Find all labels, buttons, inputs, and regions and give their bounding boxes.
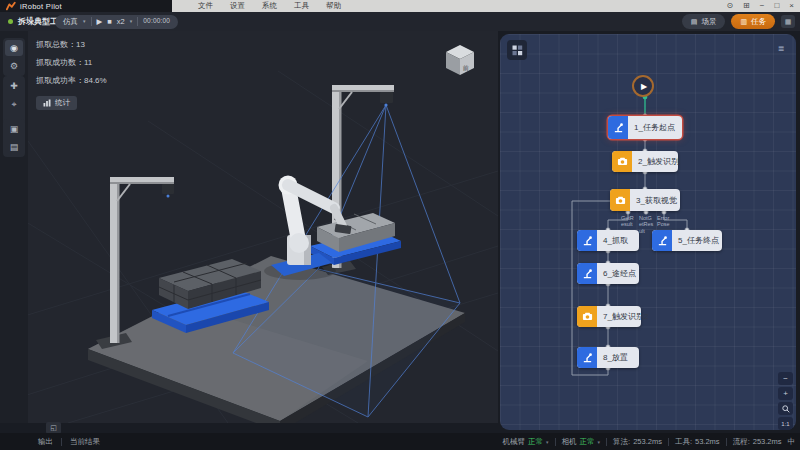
orientation-gizmo[interactable]: 前 xyxy=(446,45,474,75)
robot-model-icon: ⌖ xyxy=(11,99,16,110)
simulation-controls: 仿真 ▾ ▶ ■ x2 ▾ 00:00:00 xyxy=(55,15,178,29)
divider xyxy=(555,438,556,446)
menu-bar: 文件 设置 系统 工具 帮助 xyxy=(198,0,341,12)
view-tabs: ▤ 场景 ▥ 任务 xyxy=(682,14,775,29)
current-result-tab[interactable]: 当前结果 xyxy=(70,437,100,447)
menu-item-help[interactable]: 帮助 xyxy=(326,1,341,11)
sidebar-group-io: ▣ ▤ xyxy=(3,119,25,157)
tool-time: 工具:53.2ms xyxy=(675,437,720,447)
divider xyxy=(137,17,138,26)
camera-view-button[interactable]: ◉ xyxy=(5,40,23,56)
zoom-out-button[interactable]: − xyxy=(778,372,793,385)
divider xyxy=(606,438,607,446)
scene-icon: ▤ xyxy=(691,18,698,25)
chevron-down-icon[interactable]: ▾ xyxy=(83,19,86,24)
app-logo-icon xyxy=(6,1,16,11)
node-task-start[interactable]: 1_任务起点 xyxy=(608,116,682,139)
maximize-button[interactable]: □ xyxy=(774,2,779,10)
title-bar: iRobot Pilot 文件 设置 系统 工具 帮助 ⊙ ⊞ − □ × xyxy=(0,0,800,12)
task-icon: ▥ xyxy=(740,18,747,25)
menu-item-file[interactable]: 文件 xyxy=(198,1,213,11)
robot-arm-icon xyxy=(608,116,628,139)
stat-total: 抓取总数：13 xyxy=(36,39,107,50)
chevron-down-icon[interactable]: ▾ xyxy=(130,19,133,24)
window-controls: ⊙ ⊞ − □ × xyxy=(726,0,794,12)
list-icon: ≣ xyxy=(778,44,785,53)
status-bar: 输出 当前结果 机械臂 正常 ▾ 相机 正常 ▾ 算法:253.2ms 工具:5… xyxy=(0,433,800,450)
camera-settings-button[interactable]: ⚙ xyxy=(5,58,23,74)
robot-joints-icon: ✚ xyxy=(10,81,18,91)
menu-item-system[interactable]: 系统 xyxy=(262,1,277,11)
close-button[interactable]: × xyxy=(789,2,794,10)
chevron-down-icon: ▾ xyxy=(546,439,549,445)
flow-list-button[interactable]: ≣ xyxy=(774,42,788,54)
menu-item-tools[interactable]: 工具 xyxy=(294,1,309,11)
language-toggle[interactable]: 中 xyxy=(788,437,796,447)
toolbar: 拆垛典型工程 仿真 ▾ ▶ ■ x2 ▾ 00:00:00 ▤ 场景 ▥ 任务 … xyxy=(0,12,800,31)
node-grab[interactable]: 4_抓取 xyxy=(577,230,639,251)
grid-icon xyxy=(512,45,523,56)
flow-start-node[interactable]: ▶ xyxy=(632,75,654,97)
robot-arm-icon xyxy=(577,347,597,368)
gizmo-front-label: 前 xyxy=(462,65,469,71)
tab-scene[interactable]: ▤ 场景 xyxy=(682,14,726,29)
port-label-get-result: GetResult xyxy=(621,215,636,228)
right-panel-toggle[interactable]: ▦ xyxy=(781,15,795,28)
camera-right xyxy=(380,92,393,103)
stat-success-count: 抓取成功数：11 xyxy=(36,57,107,68)
flow-time: 流程:253.2ms xyxy=(733,437,782,447)
robot-arm-icon xyxy=(652,230,672,251)
minimize-button[interactable]: − xyxy=(760,2,765,10)
camera-left xyxy=(162,184,174,194)
chevron-down-icon: ▾ xyxy=(598,439,601,445)
stat-success-rate: 抓取成功率：84.6% xyxy=(36,75,107,86)
robot-arm-icon xyxy=(577,263,597,284)
sidebar-group-view: ◉ ⚙ xyxy=(3,38,25,76)
node-trigger-recognition-2[interactable]: 7_触发识别2 xyxy=(577,306,641,327)
app-name: iRobot Pilot xyxy=(20,2,62,11)
tab-task[interactable]: ▥ 任务 xyxy=(731,14,775,29)
algo-time: 算法:253.2ms xyxy=(613,437,662,447)
node-waypoint[interactable]: 6_途经点 xyxy=(577,263,639,284)
layout-icon[interactable]: ⊞ xyxy=(743,2,750,10)
robot-model-button[interactable]: ⌖ xyxy=(5,96,23,112)
camera-icon xyxy=(610,189,630,211)
export-icon: ▤ xyxy=(10,142,19,152)
copy-layout-button[interactable]: ▣ xyxy=(5,121,23,137)
speed-dropdown[interactable]: x2 xyxy=(117,18,125,26)
sim-mode-dropdown[interactable]: 仿真 xyxy=(63,18,78,26)
play-button[interactable]: ▶ xyxy=(97,18,103,26)
divider xyxy=(668,438,669,446)
divider xyxy=(91,17,92,26)
magnifier-icon xyxy=(782,405,790,413)
viewport-3d[interactable]: 前 抓取总数：13 抓取成功数：11 抓取成功率：84.6% 统计 xyxy=(28,31,498,423)
node-place[interactable]: 8_放置 xyxy=(577,347,639,368)
sim-timer: 00:00:00 xyxy=(143,18,170,25)
divider xyxy=(61,438,62,446)
robot-status[interactable]: 机械臂 正常 ▾ xyxy=(503,437,549,447)
robot-joints-button[interactable]: ✚ xyxy=(5,78,23,94)
menu-item-settings[interactable]: 设置 xyxy=(230,1,245,11)
panel-icon: ▦ xyxy=(785,18,792,26)
port-label-error-pose: ErrorPose xyxy=(657,215,672,228)
statistics-button[interactable]: 统计 xyxy=(36,96,77,110)
node-task-end[interactable]: 5_任务终点 xyxy=(652,230,722,251)
user-icon[interactable]: ⊙ xyxy=(726,2,733,10)
camera-icon xyxy=(612,151,632,172)
camera-icon xyxy=(577,306,597,327)
zoom-reset-button[interactable]: 1:1 xyxy=(778,417,793,430)
stop-button[interactable]: ■ xyxy=(107,18,112,26)
task-flow-panel[interactable]: ≣ ▶ 1_任务起点 2_触发识别 3_获取视觉 GetResult NotGe… xyxy=(500,34,796,430)
node-get-vision-result[interactable]: 3_获取视觉 xyxy=(610,189,680,211)
output-tab[interactable]: 输出 xyxy=(38,437,53,447)
left-sidebar: ◉ ⚙ ✚ ⌖ ⊿ ▣ ▤ xyxy=(0,31,28,423)
zoom-in-button[interactable]: + xyxy=(778,387,793,400)
zoom-fit-button[interactable] xyxy=(778,402,793,415)
robot-arm-icon xyxy=(577,230,597,251)
node-trigger-recognition[interactable]: 2_触发识别 xyxy=(612,151,678,172)
export-button[interactable]: ▤ xyxy=(5,139,23,155)
camera-status[interactable]: 相机 正常 ▾ xyxy=(562,437,601,447)
camera-settings-icon: ⚙ xyxy=(10,61,18,71)
flow-grid-button[interactable] xyxy=(507,40,527,60)
app-logo-area: iRobot Pilot xyxy=(0,0,172,12)
